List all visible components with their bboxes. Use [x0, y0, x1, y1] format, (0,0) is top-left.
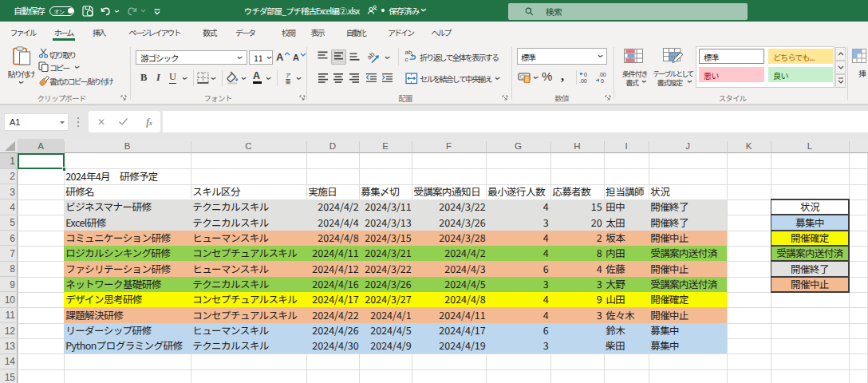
- svg-text:0: 0: [584, 72, 587, 77]
- svg-text:0: 0: [601, 78, 604, 84]
- svg-text:.00: .00: [598, 72, 606, 77]
- svg-text:.00: .00: [579, 78, 587, 84]
- svg-text:c: c: [405, 56, 408, 63]
